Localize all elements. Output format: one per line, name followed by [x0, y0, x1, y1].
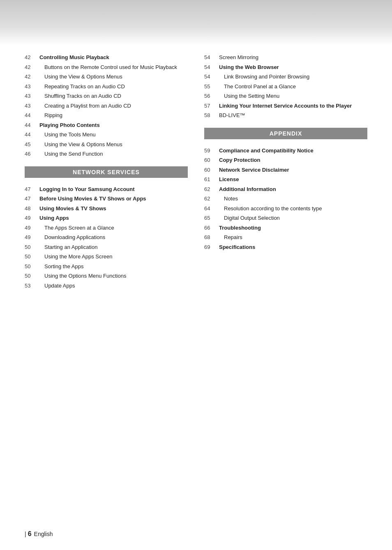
entry-label: Copy Protection: [219, 156, 260, 164]
footer-language: English: [34, 531, 53, 537]
entry-label: Playing Photo Contents: [39, 121, 100, 129]
list-item: 42Controlling Music Playback: [25, 53, 188, 62]
page-number: 43: [25, 102, 39, 110]
page-number: 54: [204, 63, 219, 71]
footer-pipe: |: [25, 531, 26, 537]
list-item: 50Starting an Application: [25, 243, 188, 251]
entry-label: Resolution according to the contents typ…: [219, 205, 322, 213]
right-column: 54Screen Mirroring54Using the Web Browse…: [204, 53, 367, 291]
list-item: 50Using the Options Menu Functions: [25, 272, 188, 280]
page-number: 65: [204, 214, 219, 222]
entry-label: License: [219, 175, 239, 184]
list-item: 50Using the More Apps Screen: [25, 253, 188, 261]
appendix-header: APPENDIX: [204, 128, 367, 139]
page-number: 44: [25, 121, 39, 129]
footer-page-number: 6: [28, 530, 32, 538]
list-item: 54Using the Web Browser: [204, 63, 367, 71]
page-number: 62: [204, 195, 219, 203]
entry-label: Controlling Music Playback: [39, 53, 109, 62]
page-number: 50: [25, 272, 39, 280]
list-item: 49Using Apps: [25, 214, 188, 222]
page-number: 49: [25, 224, 39, 232]
entry-label: Using the View & Options Menus: [39, 140, 122, 149]
list-item: 53Update Apps: [25, 282, 188, 290]
list-item: 65Digital Output Selection: [204, 214, 367, 222]
entry-label: Using the More Apps Screen: [39, 253, 112, 261]
list-item: 69Specifications: [204, 243, 367, 251]
page-number: 49: [25, 233, 39, 242]
page-number: 57: [204, 102, 219, 110]
list-item: 58BD-LIVE™: [204, 111, 367, 120]
list-item: 54Screen Mirroring: [204, 53, 367, 62]
entry-label: Creating a Playlist from an Audio CD: [39, 102, 131, 110]
page-number: 42: [25, 53, 39, 62]
entry-label: Digital Output Selection: [219, 214, 280, 222]
page-number: 61: [204, 175, 219, 184]
page-number: 54: [204, 53, 219, 62]
entry-label: Repeating Tracks on an Audio CD: [39, 83, 125, 91]
page-number: 50: [25, 262, 39, 271]
page-number: 45: [25, 140, 39, 149]
list-item: 49Downloading Applications: [25, 233, 188, 242]
list-item: 47Logging In to Your Samsung Account: [25, 185, 188, 193]
list-item: 56Using the Setting Menu: [204, 92, 367, 100]
list-item: 60Copy Protection: [204, 156, 367, 164]
page-number: 53: [25, 282, 39, 290]
entry-label: Before Using Movies & TV Shows or Apps: [39, 195, 146, 203]
entry-label: Using Apps: [39, 214, 69, 222]
page-number: 66: [204, 224, 219, 232]
page-number: 44: [25, 131, 39, 139]
left-toc-entries: 42Controlling Music Playback42Buttons on…: [25, 53, 188, 158]
entry-label: Linking Your Internet Service Accounts t…: [219, 102, 352, 110]
page-number: 42: [25, 63, 39, 71]
list-item: 66Troubleshooting: [204, 224, 367, 232]
entry-label: Update Apps: [39, 282, 75, 290]
network-services-header: NETWORK SERVICES: [25, 166, 188, 178]
page-number: 48: [25, 205, 39, 213]
list-item: 59Compliance and Compatibility Notice: [204, 147, 367, 155]
entry-label: Using the Web Browser: [219, 63, 279, 71]
entry-label: Link Browsing and Pointer Browsing: [219, 73, 309, 81]
toc-two-column: 42Controlling Music Playback42Buttons on…: [25, 53, 367, 291]
entry-label: Shuffling Tracks on an Audio CD: [39, 92, 121, 100]
entry-label: Starting an Application: [39, 243, 97, 251]
page-number: 69: [204, 243, 219, 251]
entry-label: The Apps Screen at a Glance: [39, 224, 114, 232]
list-item: 50Sorting the Apps: [25, 262, 188, 271]
page-number: 54: [204, 73, 219, 81]
page-number: 68: [204, 233, 219, 242]
entry-label: Using the View & Options Menus: [39, 73, 122, 81]
list-item: 47Before Using Movies & TV Shows or Apps: [25, 195, 188, 203]
list-item: 44Ripping: [25, 111, 188, 120]
footer: | 6 English: [25, 530, 53, 538]
entry-label: Buttons on the Remote Control used for M…: [39, 63, 177, 71]
list-item: 45Using the View & Options Menus: [25, 140, 188, 149]
entry-label: The Control Panel at a Glance: [219, 83, 296, 91]
right-toc-entries: 54Screen Mirroring54Using the Web Browse…: [204, 53, 367, 120]
entry-label: Notes: [219, 195, 238, 203]
page-number: 50: [25, 243, 39, 251]
entry-label: Ripping: [39, 111, 62, 120]
page-number: 56: [204, 92, 219, 100]
entry-label: Troubleshooting: [219, 224, 261, 232]
network-toc-entries: 47Logging In to Your Samsung Account47Be…: [25, 185, 188, 290]
page-number: 62: [204, 185, 219, 193]
entry-label: Using the Tools Menu: [39, 131, 96, 139]
entry-label: Screen Mirroring: [219, 53, 258, 62]
entry-label: Logging In to Your Samsung Account: [39, 185, 135, 193]
list-item: 55The Control Panel at a Glance: [204, 83, 367, 91]
entry-label: Using the Send Function: [39, 150, 103, 158]
page-number: 43: [25, 92, 39, 100]
list-item: 43Repeating Tracks on an Audio CD: [25, 83, 188, 91]
list-item: 57Linking Your Internet Service Accounts…: [204, 102, 367, 110]
page-number: 60: [204, 156, 219, 164]
list-item: 49The Apps Screen at a Glance: [25, 224, 188, 232]
page-number: 44: [25, 111, 39, 120]
entry-label: Downloading Applications: [39, 233, 105, 242]
list-item: 64Resolution according to the contents t…: [204, 205, 367, 213]
page-number: 64: [204, 205, 219, 213]
list-item: 62Notes: [204, 195, 367, 203]
list-item: 46Using the Send Function: [25, 150, 188, 158]
list-item: 43Creating a Playlist from an Audio CD: [25, 102, 188, 110]
page-number: 47: [25, 185, 39, 193]
